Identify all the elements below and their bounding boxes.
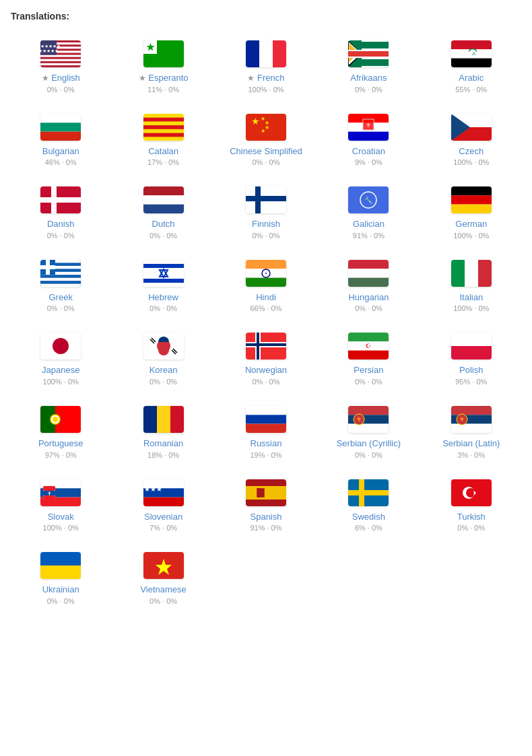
lang-item-serbian-cyrillic[interactable]: ⚜ Serbian (Cyrillic)0% · 0% <box>319 398 418 466</box>
flag-hungarian <box>348 260 389 287</box>
svg-rect-64 <box>451 186 492 195</box>
lang-item-bulgarian[interactable]: Bulgarian46% · 0% <box>11 106 110 174</box>
svg-rect-122 <box>246 424 286 433</box>
lang-item-arabic[interactable]: ⚔ Arabic55% · 0% <box>422 32 521 100</box>
lang-stats-english: 0% · 0% <box>47 85 75 94</box>
svg-text:⚔: ⚔ <box>471 50 476 57</box>
lang-item-ukrainian[interactable]: Ukrainian0% · 0% <box>11 544 110 612</box>
lang-name-chinese-simplified: Chinese Simplified <box>230 146 302 157</box>
lang-name-bulgarian: Bulgarian <box>42 146 79 157</box>
flag-greek <box>40 260 81 287</box>
lang-item-hungarian[interactable]: Hungarian0% · 0% <box>319 252 418 320</box>
svg-text:★★★★★: ★★★★★ <box>40 48 59 53</box>
lang-item-galician[interactable]: 🔧 Galician91% · 0% <box>319 178 418 246</box>
lang-stats-serbian-cyrillic: 0% · 0% <box>355 451 383 459</box>
lang-stats-italian: 100% · 0% <box>453 304 489 312</box>
lang-stats-hebrew: 0% · 0% <box>149 304 177 312</box>
lang-name-ukrainian: Ukrainian <box>42 584 79 595</box>
lang-item-polish[interactable]: Polish95% · 0% <box>422 324 521 392</box>
lang-item-slovenian[interactable]: ★★★ Slovenian7% · 0% <box>113 471 213 539</box>
lang-name-catalan: Catalan <box>148 146 178 157</box>
lang-item-japanese[interactable]: Japanese100% · 0% <box>11 324 110 392</box>
lang-item-catalan[interactable]: Catalan17% · 0% <box>113 106 213 174</box>
svg-rect-105 <box>246 343 286 346</box>
lang-item-italian[interactable]: Italian100% · 0% <box>422 252 521 320</box>
lang-item-russian[interactable]: Russian19% · 0% <box>216 398 316 466</box>
flag-serbian-cyrillic: ⚜ <box>348 406 389 433</box>
lang-item-romanian[interactable]: Romanian18% · 0% <box>113 398 213 466</box>
lang-item-spanish[interactable]: Spanish91% · 0% <box>216 471 316 539</box>
lang-item-portuguese[interactable]: Portuguese97% · 0% <box>11 398 110 466</box>
flag-german <box>451 186 492 213</box>
lang-stats-catalan: 17% · 0% <box>147 158 179 166</box>
svg-text:✝: ✝ <box>47 491 52 497</box>
svg-rect-137 <box>43 486 55 491</box>
svg-rect-71 <box>40 277 81 280</box>
lang-stats-arabic: 55% · 0% <box>455 85 487 94</box>
lang-name-dutch: Dutch <box>152 219 175 230</box>
svg-text:★: ★ <box>265 125 269 131</box>
svg-rect-88 <box>348 277 389 286</box>
flag-danish <box>40 186 81 213</box>
lang-item-french[interactable]: ★ French100% · 0% <box>216 32 316 100</box>
svg-rect-54 <box>40 197 81 203</box>
lang-item-english[interactable]: ★★★★★★ ★★★★★ ★ English0% · 0% <box>11 32 110 100</box>
svg-text:🔧: 🔧 <box>364 196 373 205</box>
lang-stats-esperanto: 11% · 0% <box>147 85 179 94</box>
svg-rect-86 <box>348 260 389 269</box>
svg-text:★: ★ <box>251 116 260 127</box>
svg-rect-57 <box>143 205 184 213</box>
flag-esperanto: ★ <box>143 40 184 67</box>
lang-item-greek[interactable]: Greek0% · 0% <box>11 252 110 320</box>
lang-item-dutch[interactable]: Dutch0% · 0% <box>113 178 213 246</box>
svg-rect-111 <box>451 346 492 359</box>
lang-stats-greek: 0% · 0% <box>47 304 75 312</box>
svg-rect-24 <box>362 42 389 48</box>
lang-item-esperanto[interactable]: ★ ★ Esperanto11% · 0% <box>113 32 213 100</box>
lang-name-serbian-cyrillic: Serbian (Cyrillic) <box>337 438 401 449</box>
lang-item-slovak[interactable]: ✝ Slovak100% · 0% <box>11 471 110 539</box>
lang-item-swedish[interactable]: Swedish6% · 0% <box>319 471 418 539</box>
lang-item-korean[interactable]: Korean0% · 0% <box>113 324 213 392</box>
lang-item-persian[interactable]: ☪ Persian0% · 0% <box>319 324 418 392</box>
flag-hindi <box>246 260 286 287</box>
flag-arabic: ⚔ <box>451 40 492 67</box>
lang-stats-hungarian: 0% · 0% <box>355 304 383 312</box>
lang-stats-serbian-latin: 3% · 0% <box>457 451 485 459</box>
lang-stats-finnish: 0% · 0% <box>253 232 280 240</box>
svg-rect-13 <box>246 40 259 67</box>
lang-name-vietnamese: Vietnamese <box>140 584 186 595</box>
lang-item-danish[interactable]: Danish0% · 0% <box>11 178 110 246</box>
svg-rect-120 <box>246 406 286 415</box>
lang-stats-ukrainian: 0% · 0% <box>47 597 75 605</box>
lang-stats-german: 100% · 0% <box>453 232 489 240</box>
svg-rect-65 <box>451 195 492 204</box>
lang-name-galician: Galician <box>353 219 385 230</box>
lang-item-chinese-simplified[interactable]: ★ ★ ★ ★ ★ Chinese Simplified0% · 0% <box>216 106 316 174</box>
lang-item-hindi[interactable]: Hindi66% · 0% <box>216 252 316 320</box>
lang-item-serbian-latin[interactable]: ⚜ Serbian (Latin)3% · 0% <box>422 398 521 466</box>
lang-item-german[interactable]: German100% · 0% <box>422 178 521 246</box>
flag-afrikaans <box>348 40 389 67</box>
svg-rect-6 <box>40 63 81 65</box>
svg-rect-32 <box>40 131 81 140</box>
lang-item-afrikaans[interactable]: Afrikaans0% · 0% <box>319 32 418 100</box>
lang-item-turkish[interactable]: Turkish0% · 0% <box>422 471 521 539</box>
lang-item-finnish[interactable]: Finnish0% · 0% <box>216 178 316 246</box>
lang-item-vietnamese[interactable]: Vietnamese0% · 0% <box>113 544 213 612</box>
lang-stats-korean: 0% · 0% <box>149 378 177 386</box>
svg-text:⚜: ⚜ <box>459 416 465 423</box>
lang-name-italian: Italian <box>459 292 483 303</box>
lang-stats-norwegian: 0% · 0% <box>253 378 280 386</box>
lang-item-norwegian[interactable]: Norwegian0% · 0% <box>216 324 316 392</box>
lang-stats-portuguese: 97% · 0% <box>45 451 77 459</box>
lang-item-hebrew[interactable]: Hebrew0% · 0% <box>113 252 213 320</box>
svg-rect-143 <box>143 497 184 506</box>
lang-item-czech[interactable]: Czech100% · 0% <box>422 106 521 174</box>
svg-point-85 <box>265 273 267 274</box>
lang-item-croatian[interactable]: ⚜ Croatian9% · 0% <box>319 106 418 174</box>
svg-rect-26 <box>451 40 492 49</box>
svg-rect-5 <box>40 59 81 61</box>
lang-stats-galician: 91% · 0% <box>353 232 385 240</box>
svg-rect-128 <box>451 406 492 415</box>
